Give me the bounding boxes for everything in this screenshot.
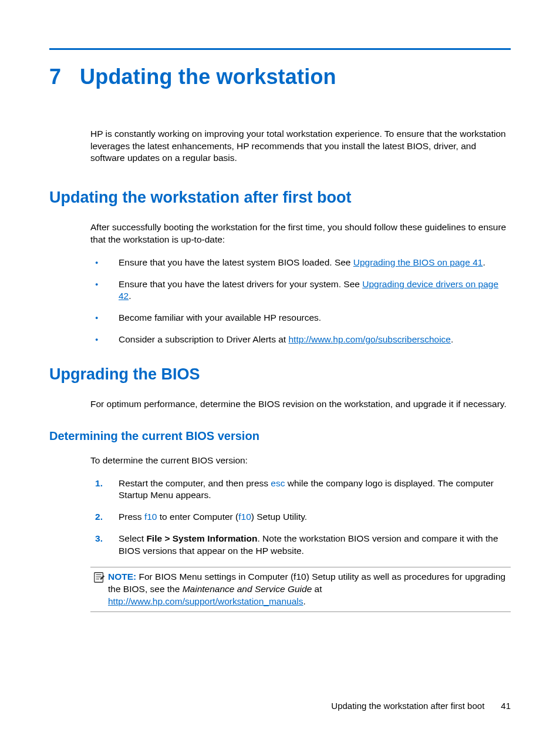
step-text: Select — [119, 533, 146, 543]
steps-list: Restart the computer, and then press esc… — [90, 478, 511, 558]
link-subscriberschoice[interactable]: http://www.hp.com/go/subscriberschoice — [288, 334, 451, 344]
note-text: . — [303, 596, 306, 606]
list-item: Become familiar with your available HP r… — [90, 312, 511, 324]
list-item: Ensure that you have the latest drivers … — [90, 278, 511, 303]
chapter-number: 7 — [49, 63, 65, 92]
list-text: Ensure that you have the latest system B… — [119, 257, 353, 267]
page-number: 41 — [501, 700, 511, 712]
list-text: Become familiar with your available HP r… — [119, 312, 321, 322]
note-body: NOTE: For BIOS Menu settings in Computer… — [90, 571, 511, 608]
chapter-intro: HP is constantly working on improving yo… — [90, 128, 511, 165]
list-item: Press f10 to enter Computer (f10) Setup … — [90, 511, 511, 523]
list-item: Ensure that you have the latest system B… — [90, 257, 511, 269]
list-text: . — [129, 291, 131, 301]
list-text: . — [451, 334, 453, 344]
chapter-title-text: Updating the workstation — [80, 63, 336, 92]
list-item: Restart the computer, and then press esc… — [90, 478, 511, 502]
step-text: Restart the computer, and then press — [119, 478, 271, 488]
section-heading-first-boot: Updating the workstation after first boo… — [49, 187, 511, 208]
step-text: to enter Computer ( — [157, 512, 239, 522]
section1-intro: After successfully booting the workstati… — [90, 221, 511, 246]
note-icon — [93, 571, 106, 584]
note-label: NOTE: — [108, 572, 136, 582]
step-text: ) Setup Utility. — [251, 512, 307, 522]
keycap-esc: esc — [271, 478, 285, 488]
keycap-f10: f10 — [144, 512, 157, 522]
list-item: Consider a subscription to Driver Alerts… — [90, 334, 511, 346]
list-text: Consider a subscription to Driver Alerts… — [119, 334, 288, 344]
footer-section-title: Updating the workstation after first boo… — [331, 700, 484, 712]
note-text: at — [312, 584, 322, 594]
list-text: . — [483, 257, 485, 267]
list-text: Ensure that you have the latest drivers … — [119, 279, 362, 289]
list-item: Select File > System Information. Note t… — [90, 533, 511, 557]
chapter-heading: 7 Updating the workstation — [49, 63, 511, 92]
chapter-rule — [49, 48, 511, 50]
link-workstation-manuals[interactable]: http://www.hp.com/support/workstation_ma… — [108, 596, 303, 606]
note-italic: Maintenance and Service Guide — [183, 584, 312, 594]
section2-intro: For optimum performance, determine the B… — [90, 398, 511, 411]
page-footer: Updating the workstation after first boo… — [331, 700, 511, 712]
subsection-intro: To determine the current BIOS version: — [90, 455, 511, 467]
section-heading-upgrading-bios: Upgrading the BIOS — [49, 364, 511, 385]
link-upgrading-bios[interactable]: Upgrading the BIOS on page 41 — [353, 257, 483, 267]
menu-path: File > System Information — [146, 533, 257, 543]
step-text: Press — [119, 512, 144, 522]
document-page: 7 Updating the workstation HP is constan… — [0, 0, 560, 746]
note-block: NOTE: For BIOS Menu settings in Computer… — [90, 567, 511, 612]
keycap-f10: f10 — [238, 512, 251, 522]
guidelines-list: Ensure that you have the latest system B… — [90, 257, 511, 347]
subsection-heading-bios-version: Determining the current BIOS version — [49, 428, 511, 444]
